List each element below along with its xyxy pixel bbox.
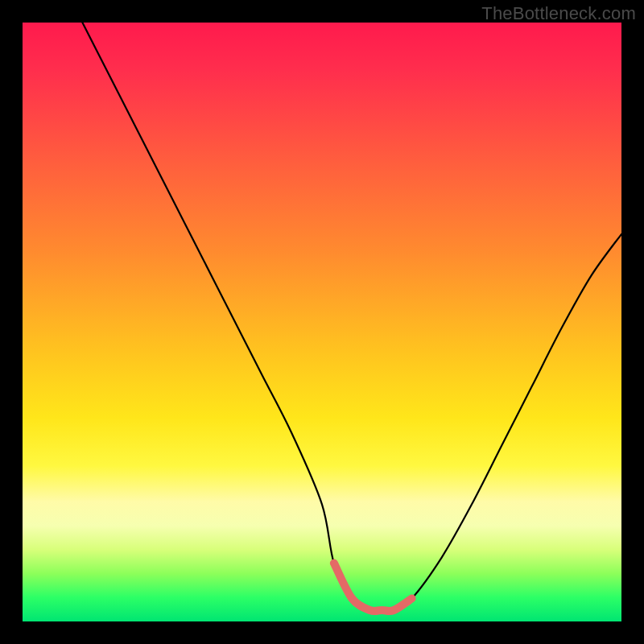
chart-svg: [23, 23, 621, 621]
chart-plot-area: [23, 23, 621, 621]
chart-frame: TheBottleneck.com: [0, 0, 644, 644]
flat-bottom-highlight-path: [334, 564, 412, 611]
watermark-text: TheBottleneck.com: [481, 3, 636, 24]
bottleneck-curve-path: [82, 23, 621, 611]
